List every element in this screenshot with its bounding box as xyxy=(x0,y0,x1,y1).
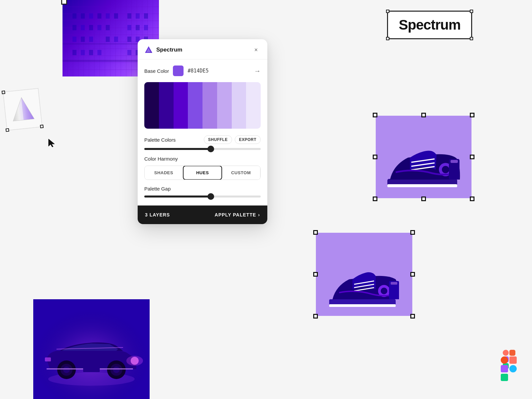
color-harmony-label: Color Harmony xyxy=(144,156,178,162)
dialog-footer: 3 LAYERS APPLY PALETTE › xyxy=(138,205,267,224)
palette-swatch-4[interactable] xyxy=(188,82,202,129)
svg-rect-78 xyxy=(501,356,508,364)
svg-rect-8 xyxy=(144,13,148,19)
svg-rect-16 xyxy=(144,25,148,30)
svg-rect-26 xyxy=(81,50,85,55)
logo-corner-tr xyxy=(470,10,473,13)
spectrum-logo-icon xyxy=(144,46,153,54)
svg-rect-72 xyxy=(83,367,100,372)
svg-point-81 xyxy=(509,365,517,372)
svg-rect-4 xyxy=(106,13,110,19)
harmony-hues-button[interactable]: HUES xyxy=(183,166,222,180)
svg-rect-27 xyxy=(89,50,93,55)
palette-swatch-1[interactable] xyxy=(144,82,159,129)
svg-rect-70 xyxy=(45,357,51,361)
cursor-icon xyxy=(48,138,56,149)
base-color-swatch[interactable] xyxy=(173,66,184,76)
base-color-arrow-button[interactable]: → xyxy=(254,67,261,75)
svg-rect-82 xyxy=(501,374,508,381)
svg-marker-34 xyxy=(49,139,55,147)
svg-rect-10 xyxy=(81,25,85,30)
layers-count: 3 LAYERS xyxy=(145,212,170,217)
sneaker-frame xyxy=(316,233,412,316)
apply-palette-button[interactable]: APPLY PALETTE › xyxy=(215,212,260,217)
svg-rect-5 xyxy=(114,13,118,19)
dialog-body: Base Color #814DE5 → Palette Colors SHUF… xyxy=(138,60,267,198)
color-harmony-header: Color Harmony xyxy=(144,156,261,162)
svg-rect-28 xyxy=(97,50,101,55)
prism-corner-br xyxy=(40,125,44,128)
palette-action-buttons: SHUFFLE EXPORT xyxy=(204,135,261,144)
svg-rect-12 xyxy=(97,25,101,30)
svg-rect-7 xyxy=(136,13,140,19)
palette-gap-slider-track xyxy=(144,196,261,198)
dialog-title: Spectrum xyxy=(156,47,182,53)
svg-rect-11 xyxy=(89,25,93,30)
svg-rect-13 xyxy=(106,25,110,30)
palette-colors-label: Palette Colors xyxy=(144,137,176,143)
prism-corner-bl xyxy=(6,128,9,132)
svg-rect-79 xyxy=(509,356,517,364)
svg-rect-17 xyxy=(72,37,76,42)
svg-rect-9 xyxy=(72,25,76,30)
harmony-custom-button[interactable]: CUSTOM xyxy=(222,166,260,180)
base-color-label: Base Color xyxy=(144,68,169,74)
palette-swatch-5[interactable] xyxy=(202,82,217,129)
spectrum-dialog: Spectrum × Base Color #814DE5 → Palette … xyxy=(138,39,267,224)
palette-colors-slider-container xyxy=(144,148,261,150)
color-harmony-section: Color Harmony SHADES HUES CUSTOM xyxy=(144,156,261,180)
palette-gap-section: Palette Gap xyxy=(144,186,261,198)
svg-rect-25 xyxy=(72,50,76,55)
svg-rect-29 xyxy=(127,50,131,55)
svg-rect-73 xyxy=(503,350,509,356)
svg-rect-18 xyxy=(81,37,85,42)
base-color-row: Base Color #814DE5 → xyxy=(144,66,261,76)
spectrum-logo-text: Spectrum xyxy=(399,17,461,33)
palette-swatch-6[interactable] xyxy=(217,82,232,129)
svg-rect-15 xyxy=(136,25,140,30)
logo-corner-bl xyxy=(386,37,389,40)
shuffle-button[interactable]: SHUFFLE xyxy=(204,135,232,144)
svg-rect-20 xyxy=(106,37,110,42)
svg-rect-1 xyxy=(81,13,85,19)
svg-point-63 xyxy=(63,366,70,373)
svg-rect-80 xyxy=(501,365,508,372)
svg-point-69 xyxy=(126,356,143,366)
palette-colors-header: Palette Colors SHUFFLE EXPORT xyxy=(144,135,261,144)
figma-logo xyxy=(501,356,517,384)
palette-swatch-3[interactable] xyxy=(174,82,188,129)
palette-swatch-7[interactable] xyxy=(232,82,246,129)
base-color-hex: #814DE5 xyxy=(188,68,208,74)
svg-rect-21 xyxy=(114,37,118,42)
prism-frame xyxy=(3,88,43,131)
palette-strip xyxy=(144,82,261,129)
close-button[interactable]: × xyxy=(251,45,261,55)
harmony-button-group: SHADES HUES CUSTOM xyxy=(144,166,261,180)
sneaker-frame-outer xyxy=(376,116,471,198)
corner-marker-tl xyxy=(61,0,67,5)
palette-colors-slider-thumb[interactable] xyxy=(207,146,214,152)
spectrum-logo-area: Spectrum xyxy=(387,11,472,39)
svg-rect-0 xyxy=(72,13,76,19)
palette-swatch-2[interactable] xyxy=(159,82,174,129)
svg-rect-19 xyxy=(89,37,93,42)
palette-swatch-8[interactable] xyxy=(246,82,261,129)
svg-rect-6 xyxy=(127,13,131,19)
svg-rect-22 xyxy=(127,37,131,42)
dialog-title-area: Spectrum xyxy=(144,46,182,54)
palette-gap-label: Palette Gap xyxy=(144,186,171,192)
harmony-shades-button[interactable]: SHADES xyxy=(145,166,183,180)
svg-rect-3 xyxy=(97,13,101,19)
palette-colors-slider-fill xyxy=(144,148,211,150)
logo-corner-br xyxy=(470,37,473,40)
svg-rect-74 xyxy=(509,350,515,356)
prism-corner-tl xyxy=(2,90,5,94)
logo-corner-tl xyxy=(386,10,389,13)
dialog-header: Spectrum × xyxy=(138,39,267,60)
car-frame xyxy=(33,299,150,399)
svg-point-66 xyxy=(113,366,120,373)
palette-gap-slider-thumb[interactable] xyxy=(207,193,214,200)
palette-gap-slider-fill xyxy=(144,196,211,198)
palette-gap-header: Palette Gap xyxy=(144,186,261,192)
export-button[interactable]: EXPORT xyxy=(235,135,261,144)
